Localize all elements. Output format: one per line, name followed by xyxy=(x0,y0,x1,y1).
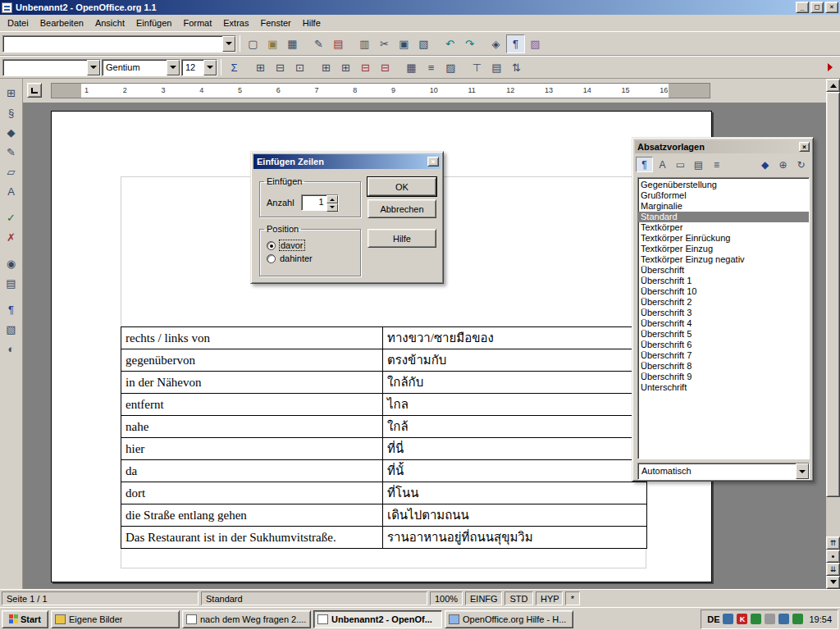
table-cell-german[interactable]: gegenübervon xyxy=(121,349,383,371)
character-styles-icon[interactable]: A xyxy=(654,157,671,172)
close-button[interactable]: × xyxy=(825,2,838,13)
style-list-item[interactable]: Überschrift 6 xyxy=(638,340,809,350)
stylist-icon[interactable]: ¶ xyxy=(506,34,525,53)
menu-hilfe[interactable]: Hilfe xyxy=(297,16,326,30)
stylist-titlebar[interactable]: Absatzvorlagen × xyxy=(635,140,810,153)
autotext-icon[interactable]: A xyxy=(2,182,21,200)
list-styles-icon[interactable]: ≡ xyxy=(708,157,725,172)
dahinter-radio[interactable] xyxy=(267,254,276,263)
style-list[interactable]: GegenüberstellungGrußformelMarginalieSta… xyxy=(637,177,810,459)
taskbar-task-unbenannt2[interactable]: Unbenannt2 - OpenOf... xyxy=(313,610,442,628)
paragraph-styles-icon[interactable]: ¶ xyxy=(636,157,653,172)
table-cell-thai[interactable]: ไกล xyxy=(383,394,647,415)
paragraph-style-dropdown-arrow-icon[interactable] xyxy=(87,60,100,75)
redo-icon[interactable]: ↷ xyxy=(460,34,479,53)
gallery-icon[interactable]: ▨ xyxy=(526,34,545,53)
paragraph-style-value[interactable] xyxy=(3,60,87,75)
url-combobox[interactable] xyxy=(2,35,236,52)
font-size-value[interactable]: 12 xyxy=(182,60,203,75)
taskbar-task-weg-fragen[interactable]: nach dem Weg fragen 2.... xyxy=(182,610,311,628)
status-insert-mode[interactable]: EINFG xyxy=(465,591,502,605)
ok-button[interactable]: OK xyxy=(368,177,436,196)
style-list-item[interactable]: Standard xyxy=(638,212,809,222)
status-page[interactable]: Seite 1 / 1 xyxy=(2,591,199,605)
minimize-button[interactable]: _ xyxy=(796,2,809,13)
menu-bearbeiten[interactable]: Bearbeiten xyxy=(34,16,89,30)
border-line-style-icon[interactable]: ≡ xyxy=(422,58,441,77)
font-name-dropdown-arrow-icon[interactable] xyxy=(167,60,180,75)
undo-icon[interactable]: ↶ xyxy=(441,34,459,53)
tray-antivirus-icon[interactable] xyxy=(751,614,761,624)
scroll-down-icon[interactable] xyxy=(826,576,840,589)
insert-column-icon[interactable]: ⊞ xyxy=(336,58,355,77)
anzahl-spinner[interactable]: 1 xyxy=(301,194,339,211)
scrollbar-thumb[interactable] xyxy=(826,92,840,497)
style-list-item[interactable]: Überschrift 2 xyxy=(638,297,809,308)
dahinter-radio-label[interactable]: dahinter xyxy=(280,253,313,263)
anzahl-spin-up-icon[interactable] xyxy=(326,195,338,203)
status-selection-mode[interactable]: STD xyxy=(504,591,533,605)
table-cell-thai[interactable]: รานอาหานอยู่ที่ถนนสุขุมวิม xyxy=(383,527,647,548)
insert-row-icon[interactable]: ⊞ xyxy=(317,58,336,77)
edit-file-icon[interactable]: ✎ xyxy=(309,34,328,53)
style-filter-combobox[interactable]: Automatisch xyxy=(637,463,810,480)
status-zoom[interactable]: 100% xyxy=(430,591,463,605)
nonprinting-characters-icon[interactable]: ¶ xyxy=(2,300,21,318)
status-hyperlink-mode[interactable]: HYP xyxy=(536,591,563,605)
davor-radio-label[interactable]: davor xyxy=(280,240,304,250)
style-filter-dropdown-arrow-icon[interactable] xyxy=(796,463,809,479)
cut-icon[interactable]: ✂ xyxy=(375,34,394,53)
vertical-scrollbar[interactable] xyxy=(826,79,840,589)
input-language-indicator[interactable]: DE xyxy=(707,614,719,624)
font-size-combobox[interactable]: 12 xyxy=(181,59,217,76)
background-color-icon[interactable]: ▨ xyxy=(441,58,460,77)
borders-icon[interactable]: ▦ xyxy=(402,58,421,77)
style-list-item[interactable]: Überschrift 3 xyxy=(638,308,809,318)
style-list-item[interactable]: Überschrift 9 xyxy=(638,372,809,382)
style-list-item[interactable]: Gegenüberstellung xyxy=(638,180,809,190)
table-cell-thai[interactable]: ตรงข้ามกับ xyxy=(383,349,647,371)
table-cell-thai[interactable]: ที่โนน xyxy=(383,482,647,504)
merge-cells-icon[interactable]: ⊞ xyxy=(251,58,270,77)
style-list-item[interactable]: Überschrift 1 xyxy=(638,276,809,286)
table-cell-german[interactable]: da xyxy=(121,460,383,482)
tab-stop-type-selector[interactable] xyxy=(27,83,42,98)
tray-power-icon[interactable] xyxy=(792,614,803,624)
style-list-item[interactable]: Textkörper Einzug negativ xyxy=(638,254,809,265)
table-cell-german[interactable]: rechts / links von xyxy=(121,327,383,349)
taskbar-task-ooo-hilfe[interactable]: OpenOffice.org Hilfe - H... xyxy=(445,610,573,628)
table-cell-german[interactable]: Das Restaurant ist in der Sukhumvitstraß… xyxy=(121,527,383,548)
url-value[interactable] xyxy=(3,36,222,52)
style-list-item[interactable]: Unterschrift xyxy=(638,382,809,393)
paragraph-style-combobox[interactable] xyxy=(2,59,101,76)
page-styles-icon[interactable]: ▤ xyxy=(690,157,707,172)
tray-display-icon[interactable] xyxy=(723,614,733,624)
split-cells-icon[interactable]: ⊟ xyxy=(271,58,290,77)
style-list-item[interactable]: Überschrift 7 xyxy=(638,350,809,361)
dialog-titlebar[interactable]: Einfügen Zeilen × xyxy=(253,154,441,169)
tray-updates-icon[interactable] xyxy=(778,614,789,624)
fill-format-mode-icon[interactable]: ◆ xyxy=(756,157,774,172)
copy-icon[interactable]: ▣ xyxy=(395,34,413,53)
start-button[interactable]: Start xyxy=(2,610,48,628)
horizontal-ruler[interactable]: 1234567891011121314151617 xyxy=(51,83,710,98)
style-list-item[interactable]: Grußformel xyxy=(638,190,809,201)
help-button[interactable]: Hilfe xyxy=(368,229,436,248)
tray-volume-icon[interactable] xyxy=(765,614,775,624)
navigator-icon[interactable]: ◈ xyxy=(486,34,505,53)
table-cell-thai[interactable]: ที่นั้ xyxy=(383,460,647,482)
style-list-item[interactable]: Marginalie xyxy=(638,201,809,212)
previous-page-icon[interactable] xyxy=(826,536,840,550)
print-file-icon[interactable]: ▥ xyxy=(355,34,374,53)
menu-datei[interactable]: Datei xyxy=(2,16,34,30)
taskbar-task-eigene-bilder[interactable]: Eigene Bilder xyxy=(51,610,180,628)
insert-fields-icon[interactable]: § xyxy=(2,103,21,121)
font-size-dropdown-arrow-icon[interactable] xyxy=(203,60,217,75)
maximize-button[interactable]: □ xyxy=(810,2,824,13)
status-modified[interactable]: * xyxy=(565,591,580,605)
table-cell-thai[interactable]: ใกล้กับ xyxy=(383,372,647,393)
table-cell-thai[interactable]: ที่นี่ xyxy=(383,438,647,459)
menu-fenster[interactable]: Fenster xyxy=(254,16,296,30)
anzahl-value[interactable]: 1 xyxy=(302,195,326,210)
frame-styles-icon[interactable]: ▭ xyxy=(672,157,689,172)
